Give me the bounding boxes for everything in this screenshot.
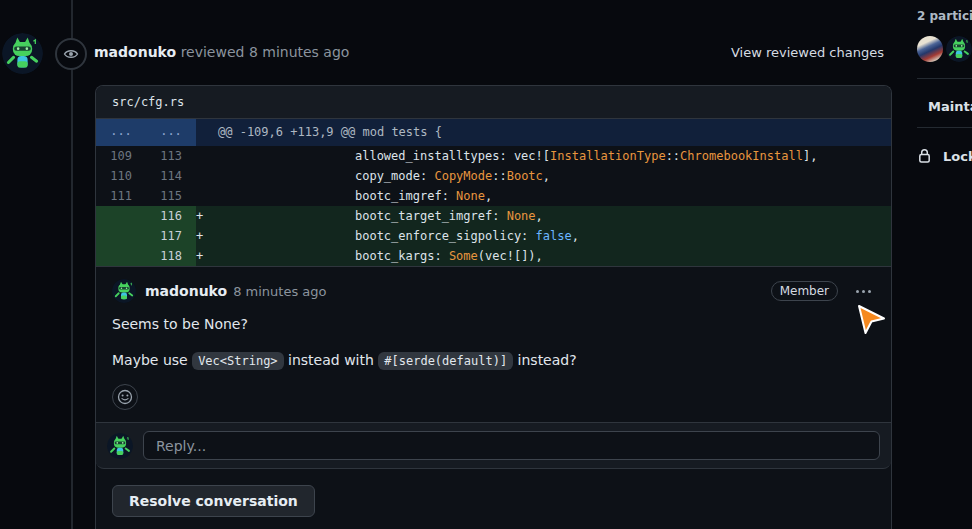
pr-sidebar: 2 participants Maintainers are allowed t… bbox=[917, 0, 972, 164]
diff-line-added: 116+ bootc_target_imgref: None, bbox=[96, 206, 891, 226]
new-line-number[interactable]: 114 bbox=[146, 166, 196, 186]
participant-avatar-1[interactable] bbox=[917, 36, 943, 62]
code-token: Some bbox=[449, 249, 478, 263]
new-line-number[interactable]: 113 bbox=[146, 146, 196, 166]
code-token: false bbox=[536, 229, 572, 243]
code-token: CopyMode bbox=[434, 169, 492, 183]
lock-conversation-row[interactable]: Lock conversation bbox=[917, 148, 972, 164]
code-token: :: bbox=[666, 149, 680, 163]
resolve-conversation-button[interactable]: Resolve conversation bbox=[112, 485, 315, 517]
thread-footer: Resolve conversation bbox=[96, 469, 891, 529]
diff-line-context: 110114 copy_mode: CopyMode::Bootc, bbox=[96, 166, 891, 186]
participants-avatars bbox=[917, 36, 972, 62]
octocat-avatar-icon bbox=[946, 36, 972, 62]
new-line-number[interactable]: 115 bbox=[146, 186, 196, 206]
code-token: ChromebookInstall bbox=[680, 149, 803, 163]
review-author[interactable]: madonuko bbox=[94, 44, 176, 60]
code-token: (vec![]), bbox=[478, 249, 543, 263]
code-token: None bbox=[456, 189, 485, 203]
hunk-header-text: @@ -109,6 +113,9 @@ mod tests { bbox=[196, 119, 891, 146]
code-token: , bbox=[543, 169, 550, 183]
octocat-avatar-icon bbox=[2, 33, 43, 74]
code-line: bootc_imgref: None, bbox=[196, 186, 891, 206]
sidebar-divider bbox=[917, 78, 972, 79]
diff-hunk-row: ... ... @@ -109,6 +113,9 @@ mod tests { bbox=[96, 119, 891, 146]
comment-paragraph-2: Maybe use Vec<String> instead with #[ser… bbox=[112, 348, 875, 373]
maintainers-note: Maintainers are allowed to edit this pul… bbox=[928, 99, 972, 114]
comment-options-kebab-icon[interactable] bbox=[852, 286, 875, 297]
file-path-header[interactable]: src/cfg.rs bbox=[96, 86, 891, 119]
code-line: + bootc_enforce_sigpolicy: false, bbox=[196, 226, 891, 246]
reply-bar bbox=[96, 422, 891, 469]
code-token: bootc_kargs: bbox=[355, 249, 449, 263]
participants-heading: 2 participants bbox=[917, 9, 972, 23]
comment-author[interactable]: madonuko bbox=[145, 283, 227, 299]
code-token: None bbox=[507, 209, 536, 223]
new-line-number[interactable]: 118 bbox=[146, 246, 196, 266]
smiley-icon bbox=[117, 389, 133, 405]
participant-avatar-2[interactable] bbox=[946, 36, 972, 62]
reviewer-avatar[interactable] bbox=[2, 33, 43, 74]
code-line: copy_mode: CopyMode::Bootc, bbox=[196, 166, 891, 186]
review-comment: madonuko 8 minutes ago Member Seems to b… bbox=[96, 266, 891, 422]
old-line-number[interactable] bbox=[96, 226, 146, 246]
old-line-number[interactable]: 111 bbox=[96, 186, 146, 206]
code-token: , bbox=[572, 229, 579, 243]
lock-conversation-label: Lock conversation bbox=[943, 149, 972, 164]
diff-lines: 109113 allowed_installtypes: vec![Instal… bbox=[96, 146, 891, 266]
review-timestamp: 8 minutes ago bbox=[249, 44, 350, 60]
member-badge: Member bbox=[771, 281, 838, 301]
comment-timestamp: 8 minutes ago bbox=[233, 284, 326, 299]
timeline-line bbox=[71, 0, 73, 529]
diff-line-added: 117+ bootc_enforce_sigpolicy: false, bbox=[96, 226, 891, 246]
hunk-ellipsis-old: ... bbox=[96, 119, 146, 146]
inline-code: Vec<String> bbox=[192, 352, 283, 370]
review-title: madonuko reviewed 8 minutes ago bbox=[94, 44, 349, 60]
old-line-number[interactable]: 109 bbox=[96, 146, 146, 166]
diff-line-context: 111115 bootc_imgref: None, bbox=[96, 186, 891, 206]
inline-code: #[serde(default)] bbox=[378, 352, 513, 370]
diff-line-context: 109113 allowed_installtypes: vec![Instal… bbox=[96, 146, 891, 166]
review-action: reviewed bbox=[181, 44, 245, 60]
comment-header: madonuko 8 minutes ago Member bbox=[112, 279, 875, 303]
new-line-number[interactable]: 116 bbox=[146, 206, 196, 226]
review-header: madonuko reviewed 8 minutes ago View rev… bbox=[94, 44, 884, 60]
code-token: , bbox=[485, 189, 492, 203]
code-line: allowed_installtypes: vec![InstallationT… bbox=[196, 146, 891, 166]
hunk-ellipsis-new: ... bbox=[146, 119, 196, 146]
sidebar-divider bbox=[917, 127, 972, 128]
comment-avatar[interactable] bbox=[112, 279, 136, 303]
lock-icon bbox=[917, 148, 932, 164]
code-token: allowed_installtypes: vec![ bbox=[355, 149, 550, 163]
code-token: InstallationType bbox=[550, 149, 666, 163]
add-reaction-button[interactable] bbox=[112, 384, 138, 410]
code-token: copy_mode: bbox=[355, 169, 434, 183]
hunk-gutter: ... ... bbox=[96, 119, 196, 146]
code-token: bootc_enforce_sigpolicy: bbox=[355, 229, 536, 243]
diff-line-added: 118+ bootc_kargs: Some(vec![]), bbox=[96, 246, 891, 266]
maintainers-note-row: Maintainers are allowed to edit this pul… bbox=[917, 99, 972, 114]
old-line-number[interactable] bbox=[96, 246, 146, 266]
review-thread-card: src/cfg.rs ... ... @@ -109,6 +113,9 @@ m… bbox=[95, 85, 892, 529]
old-line-number[interactable] bbox=[96, 206, 146, 226]
code-line: + bootc_kargs: Some(vec![]), bbox=[196, 246, 891, 266]
code-token: :: bbox=[492, 169, 506, 183]
current-user-avatar[interactable] bbox=[107, 433, 133, 459]
comment-paragraph-1: Seems to be None? bbox=[112, 316, 875, 332]
code-token: bootc_imgref: bbox=[355, 189, 456, 203]
new-line-number[interactable]: 117 bbox=[146, 226, 196, 246]
eye-icon bbox=[63, 46, 79, 62]
old-line-number[interactable]: 110 bbox=[96, 166, 146, 186]
code-token: Bootc bbox=[507, 169, 543, 183]
view-reviewed-changes-link[interactable]: View reviewed changes bbox=[731, 45, 884, 60]
code-line: + bootc_target_imgref: None, bbox=[196, 206, 891, 226]
code-token: , bbox=[536, 209, 543, 223]
octocat-avatar-icon bbox=[107, 433, 133, 459]
octocat-avatar-icon bbox=[112, 279, 136, 303]
code-token: ], bbox=[803, 149, 817, 163]
review-eye-badge bbox=[55, 38, 87, 70]
code-token: bootc_target_imgref: bbox=[355, 209, 507, 223]
reply-input[interactable] bbox=[143, 431, 880, 460]
